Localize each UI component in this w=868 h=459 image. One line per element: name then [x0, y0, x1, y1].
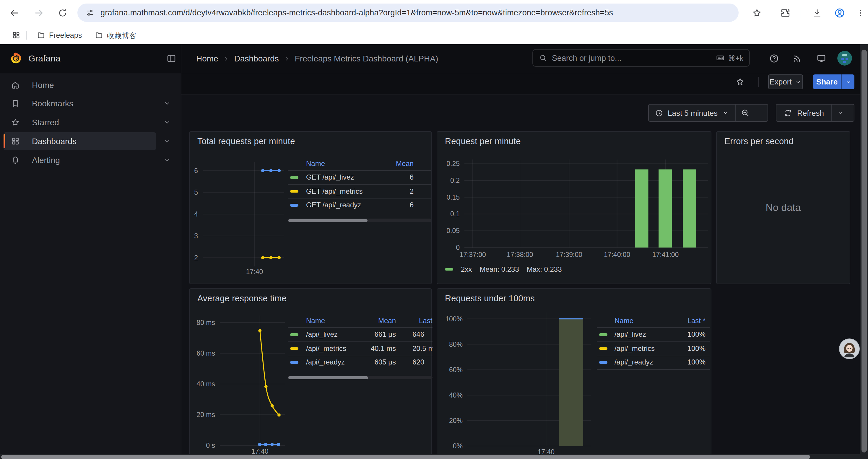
extensions-icon[interactable] — [780, 8, 790, 18]
kiosk-monitor-icon[interactable] — [816, 53, 827, 64]
sidebar-item-label: Bookmarks — [32, 99, 73, 108]
sidebar-item-highlight — [4, 76, 156, 94]
breadcrumb-dashboards[interactable]: Dashboards — [234, 54, 279, 63]
sidebar-item-dashboards[interactable]: Dashboards — [0, 132, 181, 150]
browser-chrome: grafana.mathmast.com/d/deytv4rwavabkb/fr… — [0, 0, 868, 44]
search-shortcut: ⌘+k — [716, 53, 743, 63]
news-rss-icon[interactable] — [792, 53, 802, 64]
url-text[interactable]: grafana.mathmast.com/d/deytv4rwavabkb/fr… — [100, 8, 613, 17]
sidebar-item-home[interactable]: Home — [0, 76, 181, 94]
svg-text:40 ms: 40 ms — [196, 380, 215, 388]
refresh-interval-button[interactable] — [831, 104, 848, 121]
chevron-down-icon — [845, 78, 852, 85]
refresh-label: Refresh — [797, 108, 824, 117]
svg-text:17:38:00: 17:38:00 — [507, 251, 533, 258]
home-icon — [11, 80, 20, 90]
sidebar-item-label: Starred — [32, 118, 59, 127]
chevron-right-icon — [283, 55, 291, 62]
clock-icon — [655, 108, 663, 117]
chevron-down-icon — [795, 78, 802, 85]
export-button[interactable]: Export — [768, 74, 803, 89]
back-icon[interactable] — [8, 7, 20, 19]
grid-icon — [11, 136, 20, 146]
chart-average-response-time[interactable]: 0 s20 ms40 ms60 ms80 ms17:40 — [190, 289, 431, 458]
search-input[interactable]: Search or jump to... ⌘+k — [532, 49, 750, 67]
no-data-message: No data — [717, 132, 850, 284]
downloads-icon[interactable] — [812, 8, 823, 18]
apps-grid-icon[interactable] — [12, 31, 21, 40]
sidebar-border — [181, 44, 181, 459]
svg-text:17:37:00: 17:37:00 — [459, 251, 486, 258]
user-avatar[interactable] — [837, 51, 852, 66]
sidebar-item-highlight — [4, 151, 156, 169]
bookmark-star-icon[interactable] — [752, 8, 762, 18]
browser-toolbar: grafana.mathmast.com/d/deytv4rwavabkb/fr… — [0, 0, 868, 26]
help-icon[interactable] — [769, 53, 779, 64]
browser-menu-icon[interactable] — [856, 8, 865, 18]
sidebar-item-bookmarks[interactable]: Bookmarks — [0, 95, 181, 112]
svg-text:100%: 100% — [445, 315, 463, 323]
svg-text:20 ms: 20 ms — [196, 411, 215, 419]
dashboard-subheader — [181, 73, 868, 95]
svg-text:80 ms: 80 ms — [196, 319, 215, 326]
assistant-avatar[interactable] — [839, 338, 860, 359]
svg-text:40%: 40% — [449, 391, 463, 399]
bookmarks-divider — [26, 31, 27, 40]
svg-text:2: 2 — [194, 254, 198, 262]
forward-icon[interactable] — [33, 7, 45, 19]
svg-text:6: 6 — [194, 167, 198, 174]
sidebar-toggle-icon[interactable] — [166, 53, 177, 64]
chart-total-requests[interactable]: 2345617:40 — [190, 132, 431, 284]
sidebar-item-alerting[interactable]: Alerting — [0, 151, 181, 169]
chart-request-per-minute[interactable]: 00.050.10.150.20.2517:37:0017:38:0017:39… — [437, 132, 711, 284]
zoom-out-button[interactable] — [735, 104, 755, 121]
reload-icon[interactable] — [57, 8, 68, 18]
vertical-scrollbar-thumb[interactable] — [861, 50, 867, 453]
chevron-down-icon[interactable] — [163, 118, 172, 126]
svg-text:0.05: 0.05 — [446, 227, 460, 234]
sidebar-item-starred[interactable]: Starred — [0, 113, 181, 131]
share-button[interactable]: Share — [813, 74, 841, 89]
breadcrumb-current: Freeleaps Metrics Dashboard (ALPHA) — [295, 54, 438, 63]
breadcrumb-home[interactable]: Home — [196, 54, 218, 63]
chevron-down-icon — [722, 109, 729, 117]
folder-icon[interactable] — [95, 31, 103, 40]
breadcrumb: Home Dashboards Freeleaps Metrics Dashbo… — [196, 54, 438, 63]
chart-requests-under-100ms[interactable]: 0%20%40%60%80%100%17:40 — [437, 289, 711, 458]
sidebar-item-highlight — [4, 132, 156, 150]
chevron-down-icon[interactable] — [163, 100, 172, 108]
chevron-down-icon[interactable] — [163, 137, 172, 145]
svg-text:17:39:00: 17:39:00 — [556, 251, 583, 258]
time-range-button[interactable]: Last 5 minutes — [649, 104, 735, 121]
panel-request-per-minute: Request per minute 2xx Mean: 0.233 Max: … — [437, 131, 711, 284]
keyboard-icon — [716, 53, 725, 63]
bookmark-icon — [11, 99, 20, 108]
sidebar-item-highlight — [4, 95, 156, 112]
refresh-group: Refresh — [776, 104, 855, 122]
site-settings-icon[interactable] — [86, 8, 95, 17]
sidebar-item-label: Alerting — [32, 155, 60, 165]
refresh-button[interactable]: Refresh — [776, 104, 831, 121]
svg-text:0.25: 0.25 — [446, 160, 460, 167]
url-bar[interactable]: grafana.mathmast.com/d/deytv4rwavabkb/fr… — [78, 4, 739, 22]
svg-text:0.2: 0.2 — [450, 177, 460, 184]
panel-total-requests: Total requests per minute NameMeanGET /a… — [189, 131, 432, 284]
bookmark-folder-freeleaps[interactable]: Freeleaps — [49, 31, 82, 40]
share-menu-button[interactable] — [841, 74, 855, 89]
svg-text:3: 3 — [194, 232, 198, 240]
chevron-down-icon[interactable] — [163, 156, 172, 164]
grafana-logo-icon[interactable] — [9, 52, 23, 65]
nav-sidebar: HomeBookmarksStarredDashboardsAlerting — [0, 73, 181, 459]
app-root: grafana.mathmast.com/d/deytv4rwavabkb/fr… — [0, 0, 868, 459]
favorite-star-icon[interactable] — [735, 77, 745, 87]
svg-text:17:40: 17:40 — [246, 268, 263, 275]
svg-text:0.1: 0.1 — [450, 210, 460, 218]
bookmark-folder-blogs[interactable]: 收藏博客 — [107, 31, 136, 41]
browser-profile-icon[interactable] — [834, 7, 845, 19]
sidebar-item-label: Dashboards — [32, 136, 76, 146]
selected-accent-bar — [4, 134, 5, 148]
horizontal-scrollbar-thumb[interactable] — [1, 455, 810, 459]
svg-text:4: 4 — [194, 210, 198, 218]
time-picker-group: Last 5 minutes — [648, 104, 768, 122]
folder-icon[interactable] — [37, 31, 45, 40]
